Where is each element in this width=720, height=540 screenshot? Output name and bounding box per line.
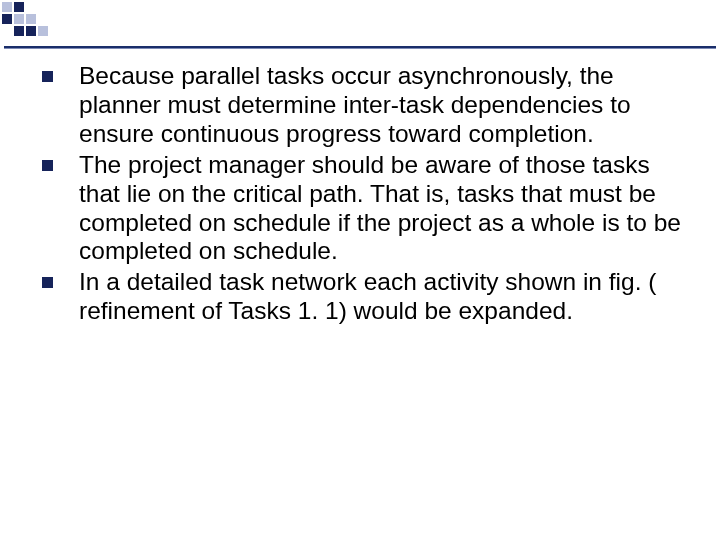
slide: Because parallel tasks occur asynchronou…	[0, 0, 720, 540]
bullet-icon	[42, 71, 53, 82]
list-item: In a detailed task network each activity…	[78, 268, 690, 326]
deco-square	[26, 14, 36, 24]
deco-square	[14, 2, 24, 12]
list-item-text: Because parallel tasks occur asynchronou…	[79, 62, 690, 149]
bullet-icon	[42, 160, 53, 171]
corner-decoration	[2, 2, 62, 46]
slide-body: Because parallel tasks occur asynchronou…	[78, 62, 690, 328]
list-item: Because parallel tasks occur asynchronou…	[78, 62, 690, 149]
deco-square	[14, 26, 24, 36]
deco-square	[26, 26, 36, 36]
deco-square	[2, 14, 12, 24]
list-item-text: The project manager should be aware of t…	[79, 151, 690, 267]
list-item-text: In a detailed task network each activity…	[79, 268, 690, 326]
list-item: The project manager should be aware of t…	[78, 151, 690, 267]
bullet-icon	[42, 277, 53, 288]
deco-square	[14, 14, 24, 24]
deco-square	[2, 2, 12, 12]
deco-square	[38, 26, 48, 36]
horizontal-rule	[4, 46, 716, 49]
